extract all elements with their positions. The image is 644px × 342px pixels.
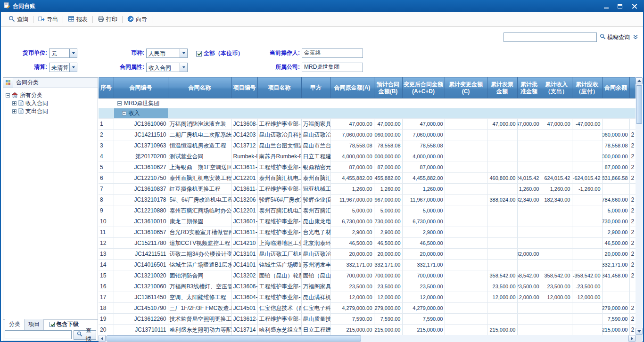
- cell[interactable]: 7,590.00: [374, 314, 402, 325]
- cell[interactable]: 1,260.00: [374, 184, 402, 195]
- cell[interactable]: 215,000.00: [487, 325, 517, 335]
- cell[interactable]: 铭城生活广场暖通B1层水: [168, 260, 231, 270]
- cell[interactable]: 7,590.00: [602, 314, 629, 325]
- cell[interactable]: [487, 140, 517, 151]
- cell[interactable]: [517, 227, 541, 238]
- cell[interactable]: 4,000,000.00: [330, 151, 374, 162]
- cell[interactable]: JC12201: [231, 205, 257, 216]
- cell[interactable]: JC13601-1: [231, 216, 257, 227]
- cell[interactable]: JC13202: [231, 270, 257, 281]
- cell[interactable]: 2: [629, 238, 636, 249]
- cell[interactable]: 87,000.00: [330, 162, 374, 173]
- include-sub-checkbox[interactable]: [50, 322, 55, 327]
- cell[interactable]: [517, 162, 541, 173]
- cell[interactable]: 2: [629, 151, 636, 162]
- cell[interactable]: JC13206: [231, 195, 257, 205]
- cell[interactable]: [517, 238, 541, 249]
- cell[interactable]: 47,000.00: [541, 119, 572, 130]
- toolbar-button-print[interactable]: 打印: [94, 14, 121, 25]
- cell[interactable]: [445, 119, 487, 130]
- cell[interactable]: [445, 140, 487, 151]
- cell[interactable]: 700,000.00: [330, 270, 374, 281]
- cell[interactable]: 泰州百脑汇机电工程: [257, 173, 301, 184]
- cell[interactable]: 460,800.00: [487, 173, 517, 184]
- cell[interactable]: [445, 270, 487, 281]
- cell[interactable]: [541, 303, 572, 314]
- cell[interactable]: [517, 314, 541, 325]
- cell[interactable]: 5,000.00: [330, 205, 374, 216]
- cell[interactable]: [487, 184, 517, 195]
- dropdown-arrow-icon[interactable]: [180, 49, 187, 57]
- cell[interactable]: 工程维护事业部-1: [257, 184, 301, 195]
- cell[interactable]: [445, 325, 487, 335]
- cell[interactable]: 7,060,000.00: [602, 130, 629, 140]
- cell[interactable]: 哈利盛东芝照明动力等配电: [168, 325, 231, 335]
- cell[interactable]: 23,500.00: [330, 281, 374, 292]
- cell[interactable]: 2,900.00: [402, 227, 445, 238]
- cell[interactable]: 2: [629, 260, 636, 270]
- cell[interactable]: JC14510790: [114, 303, 168, 314]
- cell[interactable]: 空调、太阳能维修工程: [168, 292, 231, 303]
- cell[interactable]: 6,730,000.00: [602, 216, 629, 227]
- cell[interactable]: JC13604-1: [231, 292, 257, 303]
- cell[interactable]: [445, 303, 487, 314]
- cell[interactable]: 215,000.00: [602, 325, 629, 335]
- expand-icon[interactable]: [12, 101, 17, 106]
- cell[interactable]: JC13210020: [114, 270, 168, 281]
- cell[interactable]: 2: [629, 216, 636, 227]
- cell[interactable]: 泰州百脑汇: [301, 173, 330, 184]
- cell[interactable]: [602, 292, 629, 303]
- find-input[interactable]: [5, 330, 72, 339]
- collapse-icon[interactable]: [117, 101, 122, 106]
- cell[interactable]: 工程维护事业部-1: [257, 216, 301, 227]
- cell[interactable]: 13: [99, 249, 114, 260]
- cell[interactable]: 182,340.00: [517, 195, 541, 205]
- dropdown-arrow-icon[interactable]: [69, 49, 77, 57]
- operator-input[interactable]: [302, 49, 363, 58]
- cell[interactable]: [572, 216, 602, 227]
- cell[interactable]: [572, 238, 602, 249]
- cell[interactable]: [572, 130, 602, 140]
- cell[interactable]: [602, 281, 629, 292]
- column-header-10[interactable]: 累计变更金额(C): [445, 78, 487, 98]
- cell[interactable]: [487, 303, 517, 314]
- column-header-2[interactable]: 合同编号: [114, 78, 168, 98]
- cell[interactable]: [541, 325, 572, 335]
- cell[interactable]: JC13611-1: [231, 162, 257, 173]
- cell[interactable]: [572, 314, 602, 325]
- cell[interactable]: 2: [629, 140, 636, 151]
- cell[interactable]: 冠亚机械工: [301, 184, 330, 195]
- expand-icon[interactable]: [12, 109, 17, 114]
- cell[interactable]: JC13610627: [114, 162, 168, 173]
- cell[interactable]: 工程维护事业部-1: [257, 162, 301, 173]
- cell[interactable]: JC12201: [231, 173, 257, 184]
- tree-root-label[interactable]: 所有分类: [20, 91, 42, 99]
- cell[interactable]: 2: [629, 205, 636, 216]
- cell[interactable]: [445, 195, 487, 205]
- scroll-up-button[interactable]: [636, 77, 643, 84]
- cell[interactable]: 388,024.00: [487, 195, 517, 205]
- cell[interactable]: 1,260.00: [402, 184, 445, 195]
- cell[interactable]: 工程维护事业部-1: [257, 227, 301, 238]
- cell[interactable]: JC14016501: [114, 260, 168, 270]
- cell[interactable]: 工程维护事业部-1: [257, 281, 301, 292]
- tab-category[interactable]: 分类: [5, 319, 25, 330]
- cell[interactable]: [445, 249, 487, 260]
- cell[interactable]: 12,000.00: [402, 292, 445, 303]
- cell[interactable]: 358,542.00: [541, 270, 572, 281]
- cell[interactable]: [445, 238, 487, 249]
- scroll-right-button[interactable]: [628, 335, 636, 342]
- cell[interactable]: 4,000,000.00: [602, 151, 629, 162]
- cell[interactable]: 6,730,000.00: [402, 216, 445, 227]
- column-header-3[interactable]: 合同名称: [168, 78, 231, 98]
- cell[interactable]: JC13610837: [114, 184, 168, 195]
- cell[interactable]: JC13608-1: [231, 119, 257, 130]
- toolbar-button-export[interactable]: 导出: [34, 14, 62, 25]
- cell[interactable]: 台光RD实验室开槽做管路: [168, 227, 231, 238]
- cell[interactable]: JC13610010: [114, 216, 168, 227]
- cell[interactable]: JC12210880: [114, 205, 168, 216]
- cell[interactable]: 泰州百脑汇: [301, 205, 330, 216]
- cell[interactable]: JC13210060: [114, 281, 168, 292]
- cell[interactable]: [572, 162, 602, 173]
- minimize-button[interactable]: [600, 2, 612, 11]
